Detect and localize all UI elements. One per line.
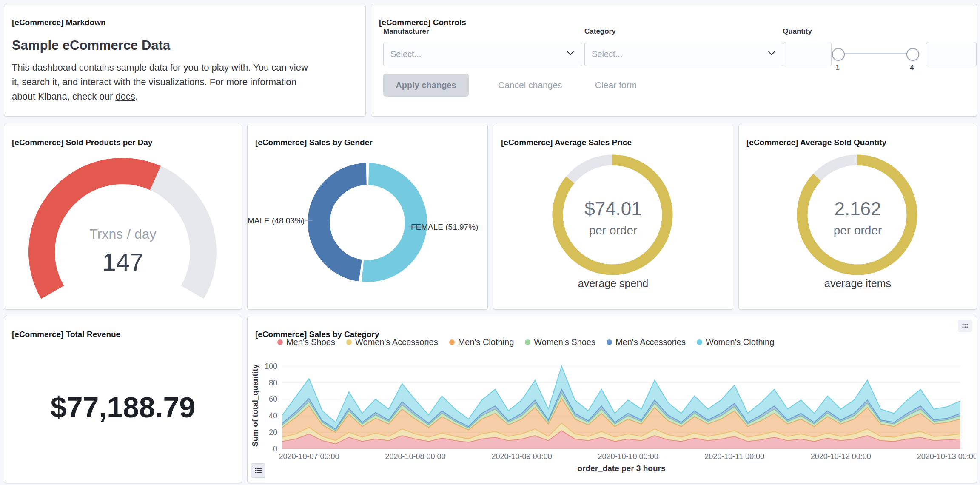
svg-text:2020-10-13 00:00: 2020-10-13 00:00 [917,452,976,461]
manufacturer-select[interactable]: Select... [383,42,582,66]
svg-text:2020-10-08 00:00: 2020-10-08 00:00 [385,452,445,461]
markdown-body-line2: it, search it, and interact with the vis… [12,75,352,89]
markdown-body: This dashboard contains sample data for … [12,60,352,104]
legend-dot [346,340,352,345]
manufacturer-select-placeholder: Select... [390,49,421,59]
panel-title[interactable]: [eCommerce] Controls [379,18,466,27]
legend-label: Men's Accessories [615,337,686,347]
quantity-slider-handle-min[interactable] [832,48,845,61]
female-slice-label[interactable]: FEMALE (51.97%) [411,223,478,232]
total-revenue-value: $77,188.79 [4,316,242,485]
svg-text:order_date per 3 hours: order_date per 3 hours [578,464,666,473]
svg-text:80: 80 [269,379,277,387]
cancel-changes-button[interactable]: Cancel changes [496,74,565,97]
legend-dot [449,340,455,345]
quantity-slider-handle-max[interactable] [906,48,919,61]
legend-label: Women's Accessories [355,337,438,347]
markdown-body-line3: about Kibana, check our docs. [12,89,352,104]
panel-sales-by-gender: [eCommerce] Sales by Gender MALE (48.03%… [247,124,488,310]
docs-link[interactable]: docs [115,91,135,102]
legend-item[interactable]: Men's Accessories [607,337,686,347]
legend-label: Women's Clothing [706,337,774,347]
svg-text:100: 100 [265,362,277,371]
category-label: Category [584,27,616,36]
list-icon [254,467,262,474]
clear-form-button[interactable]: Clear form [593,74,639,97]
chevron-down-icon [566,48,575,60]
svg-text:40: 40 [269,411,277,420]
gauge-chart [4,124,241,308]
goal-price-sublabel: per order [493,224,733,237]
category-select[interactable]: Select... [584,42,783,66]
legend-item[interactable]: Men's Clothing [449,337,514,347]
panel-options-button[interactable] [958,320,972,332]
markdown-body-line3-suffix: . [135,91,138,102]
legend-item[interactable]: Women's Shoes [525,337,595,347]
manufacturer-label: Manufacturer [383,27,429,36]
svg-text:Sum of total_quantity: Sum of total_quantity [251,364,259,447]
panel-average-sales-price: [eCommerce] Average Sales Price $74.01 p… [493,124,733,310]
svg-text:2020-10-11 00:00: 2020-10-11 00:00 [704,452,764,461]
svg-text:2020-10-09 00:00: 2020-10-09 00:00 [492,452,552,461]
goal-price-value: $74.01 [493,198,733,220]
markdown-heading: Sample eCommerce Data [12,38,170,53]
quantity-slider-max-value: 4 [906,63,917,72]
legend-label: Women's Shoes [534,337,595,347]
gauge-value: 147 [4,248,242,276]
legend-toggle-button[interactable] [251,463,265,478]
legend-item[interactable]: Women's Clothing [697,337,774,347]
chevron-down-icon [767,48,776,60]
sales-by-category-area-chart: 0204060801002020-10-07 00:002020-10-08 0… [248,355,976,482]
quantity-min-input[interactable] [783,42,832,66]
panel-markdown: [eCommerce] Markdown Sample eCommerce Da… [4,4,366,117]
panel-title[interactable]: [eCommerce] Markdown [12,18,106,27]
goal-qty-caption: average items [739,277,977,290]
goal-qty-value: 2.162 [739,198,977,220]
panel-controls: [eCommerce] Controls Manufacturer Select… [371,4,977,117]
apply-changes-button[interactable]: Apply changes [383,74,469,97]
legend-label: Men's Clothing [458,337,514,347]
legend-item[interactable]: Men's Shoes [277,337,335,347]
svg-text:0: 0 [273,445,277,453]
panel-average-sold-quantity: [eCommerce] Average Sold Quantity 2.162 … [738,124,977,310]
quantity-slider-min-value: 1 [832,63,843,72]
svg-text:20: 20 [269,428,277,436]
quantity-max-input[interactable] [926,42,977,66]
legend-dot [525,340,530,345]
legend-dot [607,340,612,345]
gauge-label: Trxns / day [4,226,242,242]
panel-sales-by-category: [eCommerce] Sales by Category Men's Shoe… [247,316,977,483]
quantity-label: Quantity [783,27,812,36]
legend-dot [277,340,283,345]
svg-text:2020-10-07 00:00: 2020-10-07 00:00 [279,452,339,461]
svg-text:2020-10-10 00:00: 2020-10-10 00:00 [598,452,658,461]
svg-text:60: 60 [269,395,277,403]
kibana-dashboard: { "colors": { "gauge_red": "#e3594f", "t… [0,0,980,485]
legend-item[interactable]: Women's Accessories [346,337,438,347]
legend-dot [697,340,702,345]
male-slice-label[interactable]: MALE (48.03%) [248,216,303,225]
panel-total-revenue: [eCommerce] Total Revenue $77,188.79 [4,316,242,483]
markdown-body-line1: This dashboard contains sample data for … [12,60,352,75]
goal-price-caption: average spend [493,277,733,290]
category-select-placeholder: Select... [592,49,622,59]
legend-label: Men's Shoes [286,337,335,347]
chart-legend: Men's ShoesWomen's AccessoriesMen's Clot… [277,337,774,347]
panel-sold-products-per-day: [eCommerce] Sold Products per Day Trxns … [4,124,242,310]
quantity-slider-track[interactable] [838,53,912,54]
panel-options-icon [961,322,969,330]
goal-qty-sublabel: per order [739,224,977,237]
svg-text:2020-10-12 00:00: 2020-10-12 00:00 [811,452,871,461]
markdown-body-line3-prefix: about Kibana, check our [12,91,115,102]
